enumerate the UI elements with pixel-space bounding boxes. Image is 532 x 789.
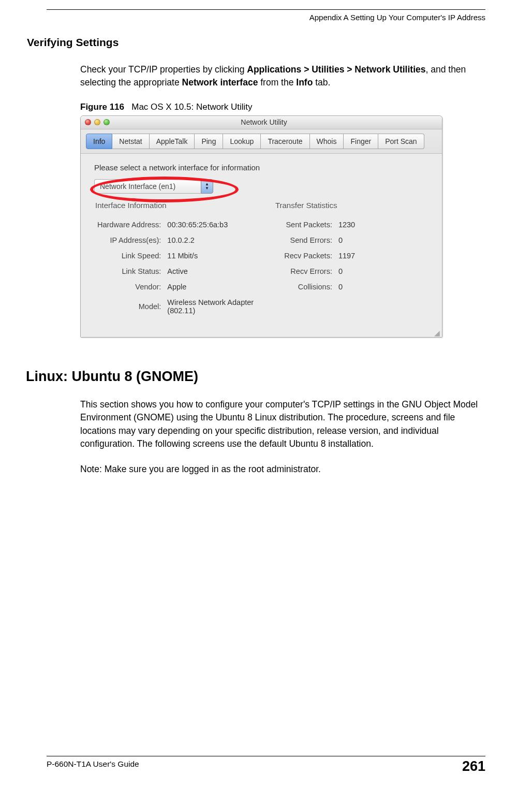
footer-guide-name: P-660N-T1A User's Guide — [47, 759, 139, 773]
header-rule — [47, 9, 485, 10]
window-title: Network Utility — [90, 118, 438, 126]
resize-grip-icon[interactable]: ◢ — [81, 329, 442, 337]
p1-text-g: tab. — [313, 77, 330, 87]
heading-verifying-settings: Verifying Settings — [27, 36, 485, 49]
titlebar: Network Utility — [81, 116, 442, 129]
footer-page-number: 261 — [462, 759, 485, 773]
row-hardware-address: Hardware Address:00:30:65:25:6a:b3 — [94, 217, 261, 232]
row-send-errors: Send Errors:0 — [274, 232, 358, 248]
network-interface-selected: Network Interface (en1) — [94, 179, 201, 194]
p1-bold-apps: Applications > Utilities > Network Utili… — [247, 64, 425, 75]
heading-linux-ubuntu-8: Linux: Ubuntu 8 (GNOME) — [26, 369, 485, 385]
row-sent-packets: Sent Packets:1230 — [274, 217, 358, 232]
p1-bold-info: Info — [296, 77, 313, 87]
tab-lookup[interactable]: Lookup — [223, 134, 261, 149]
transfer-statistics-panel: Transfer Statistics Sent Packets:1230 Se… — [274, 201, 428, 318]
figure-title: Mac OS X 10.5: Network Utility — [131, 102, 252, 112]
row-recv-packets: Recv Packets:1197 — [274, 248, 358, 264]
figure-number: Figure 116 — [80, 102, 124, 112]
prompt-text: Please select a network interface for in… — [94, 163, 428, 172]
header-appendix: Appendix A Setting Up Your Computer's IP… — [47, 13, 485, 22]
paragraph-verify-instructions: Check your TCP/IP properties by clicking… — [80, 63, 485, 90]
figure-caption: Figure 116 Mac OS X 10.5: Network Utilit… — [80, 102, 485, 112]
tab-bar: Info Netstat AppleTalk Ping Lookup Trace… — [81, 129, 442, 154]
network-interface-select[interactable]: Network Interface (en1) ▲▼ — [94, 179, 213, 194]
select-arrows-icon: ▲▼ — [201, 179, 213, 194]
row-ip-addresses: IP Address(es):10.0.2.2 — [94, 232, 261, 248]
transfer-statistics-heading: Transfer Statistics — [275, 201, 428, 210]
interface-information-heading: Interface Information — [95, 201, 261, 210]
tab-finger[interactable]: Finger — [344, 134, 378, 149]
row-model: Model:Wireless Network Adapter (802.11) — [94, 295, 261, 318]
p1-bold-netif: Network interface — [182, 77, 258, 87]
paragraph-linux-intro: This section shows you how to configure … — [80, 398, 485, 451]
tab-ping[interactable]: Ping — [195, 134, 223, 149]
tab-info[interactable]: Info — [86, 134, 112, 149]
row-vendor: Vendor:Apple — [94, 279, 261, 295]
tab-traceroute[interactable]: Traceroute — [261, 134, 309, 149]
network-utility-window: Network Utility Info Netstat AppleTalk P… — [80, 115, 442, 338]
row-collisions: Collisions:0 — [274, 279, 358, 295]
tab-port-scan[interactable]: Port Scan — [378, 134, 424, 149]
interface-information-panel: Interface Information Hardware Address:0… — [94, 201, 261, 318]
page-footer: P-660N-T1A User's Guide 261 — [47, 756, 485, 773]
p1-text-a: Check your TCP/IP properties by clicking — [80, 64, 247, 75]
window-body: Please select a network interface for in… — [81, 154, 442, 329]
paragraph-note-root: Note: Make sure you are logged in as the… — [80, 463, 485, 476]
tab-appletalk[interactable]: AppleTalk — [150, 134, 195, 149]
row-link-status: Link Status:Active — [94, 264, 261, 279]
row-link-speed: Link Speed:11 Mbit/s — [94, 248, 261, 264]
p1-text-e: from the — [258, 77, 296, 87]
tab-whois[interactable]: Whois — [310, 134, 344, 149]
tab-netstat[interactable]: Netstat — [112, 134, 149, 149]
row-recv-errors: Recv Errors:0 — [274, 264, 358, 279]
